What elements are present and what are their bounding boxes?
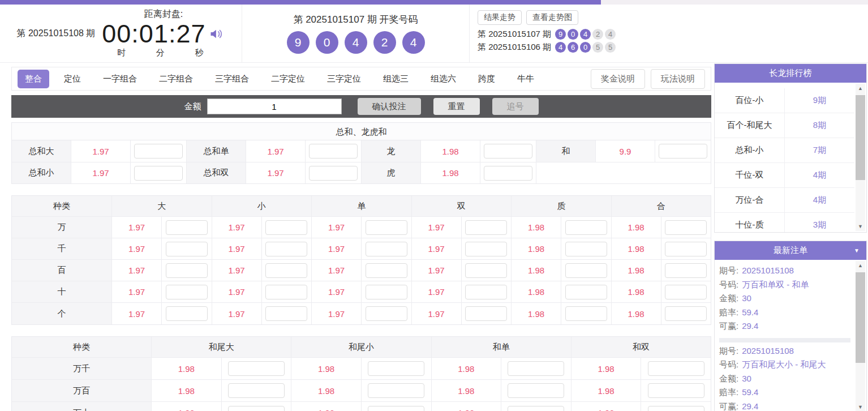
play-tab[interactable]: 整合 bbox=[18, 70, 49, 88]
bet-amount-input[interactable] bbox=[366, 263, 407, 278]
bet-amount-input[interactable] bbox=[465, 220, 507, 235]
odds-value[interactable]: 1.98 bbox=[432, 380, 502, 401]
odds-value[interactable]: 1.97 bbox=[412, 281, 462, 302]
amount-input[interactable] bbox=[207, 99, 342, 114]
odds-value[interactable]: 1.98 bbox=[432, 402, 502, 411]
odds-value[interactable]: 1.98 bbox=[152, 380, 222, 401]
bet-amount-input[interactable] bbox=[648, 361, 704, 376]
odds-value[interactable]: 1.97 bbox=[312, 303, 362, 324]
odds-value[interactable]: 1.97 bbox=[312, 260, 362, 281]
odds-value[interactable]: 1.97 bbox=[71, 162, 131, 183]
bet-amount-input[interactable] bbox=[565, 220, 607, 235]
chase-number-button[interactable]: 追号 bbox=[492, 98, 539, 115]
play-tab[interactable]: 牛牛 bbox=[510, 70, 542, 88]
bet-amount-input[interactable] bbox=[309, 144, 358, 159]
bet-amount-input[interactable] bbox=[665, 285, 707, 299]
bet-amount-input[interactable] bbox=[484, 166, 532, 181]
odds-value[interactable]: 1.98 bbox=[512, 217, 561, 238]
scroll-down-icon[interactable]: ▼ bbox=[856, 222, 865, 231]
bet-amount-input[interactable] bbox=[659, 144, 707, 159]
bet-amount-input[interactable] bbox=[565, 242, 607, 256]
play-tab[interactable]: 三字定位 bbox=[320, 70, 368, 88]
bet-amount-input[interactable] bbox=[228, 383, 285, 398]
odds-value[interactable]: 1.97 bbox=[246, 162, 306, 183]
speaker-icon[interactable] bbox=[209, 26, 225, 42]
bet-amount-input[interactable] bbox=[134, 144, 183, 159]
odds-value[interactable]: 1.98 bbox=[612, 281, 661, 302]
play-tab[interactable]: 二字定位 bbox=[264, 70, 312, 88]
odds-value[interactable]: 1.97 bbox=[112, 281, 162, 302]
bet-amount-input[interactable] bbox=[265, 306, 307, 321]
scrollbar-thumb[interactable] bbox=[856, 95, 865, 180]
view-trend-chart-button[interactable]: 查看走势图 bbox=[526, 10, 578, 25]
odds-value[interactable]: 1.98 bbox=[421, 140, 480, 162]
odds-value[interactable]: 1.97 bbox=[212, 260, 262, 281]
scroll-up-icon[interactable]: ▲ bbox=[856, 84, 865, 93]
bet-amount-input[interactable] bbox=[366, 242, 407, 256]
odds-value[interactable]: 1.98 bbox=[432, 358, 502, 379]
play-tab[interactable]: 三字组合 bbox=[208, 70, 256, 88]
odds-value[interactable]: 1.98 bbox=[612, 217, 661, 238]
scroll-up-icon[interactable]: ▲ bbox=[856, 261, 865, 270]
bet-amount-input[interactable] bbox=[265, 220, 307, 235]
confirm-bet-button[interactable]: 确认投注 bbox=[358, 98, 421, 115]
bet-amount-input[interactable] bbox=[368, 383, 424, 398]
play-tab[interactable]: 二字组合 bbox=[152, 70, 200, 88]
bet-amount-input[interactable] bbox=[366, 306, 407, 321]
odds-value[interactable]: 1.97 bbox=[112, 238, 162, 259]
odds-value[interactable]: 1.97 bbox=[312, 281, 362, 302]
odds-value[interactable]: 1.98 bbox=[152, 402, 222, 411]
bet-amount-input[interactable] bbox=[166, 220, 208, 235]
odds-value[interactable]: 1.98 bbox=[291, 380, 362, 401]
play-tab[interactable]: 跨度 bbox=[471, 70, 502, 88]
bet-amount-input[interactable] bbox=[368, 361, 424, 376]
play-tab[interactable]: 定位 bbox=[57, 70, 88, 88]
odds-value[interactable]: 1.97 bbox=[212, 217, 262, 238]
bet-amount-input[interactable] bbox=[228, 406, 285, 411]
bet-amount-input[interactable] bbox=[665, 306, 707, 321]
bet-amount-input[interactable] bbox=[508, 383, 564, 398]
odds-value[interactable]: 1.97 bbox=[412, 260, 462, 281]
odds-value[interactable]: 1.98 bbox=[152, 358, 222, 379]
bet-amount-input[interactable] bbox=[166, 263, 208, 278]
bet-amount-input[interactable] bbox=[508, 361, 564, 376]
bet-amount-input[interactable] bbox=[648, 383, 704, 398]
odds-value[interactable]: 1.97 bbox=[112, 260, 162, 281]
odds-value[interactable]: 1.98 bbox=[291, 402, 362, 411]
odds-value[interactable]: 1.98 bbox=[512, 238, 561, 259]
bet-amount-input[interactable] bbox=[166, 306, 208, 321]
scroll-down-icon[interactable]: ▼ bbox=[856, 403, 865, 411]
odds-value[interactable]: 1.98 bbox=[512, 260, 561, 281]
bet-amount-input[interactable] bbox=[166, 242, 208, 256]
odds-value[interactable]: 1.97 bbox=[412, 238, 462, 259]
rules-info-button[interactable]: 玩法说明 bbox=[651, 69, 705, 89]
odds-value[interactable]: 1.98 bbox=[571, 358, 642, 379]
scrollbar-thumb[interactable] bbox=[856, 272, 865, 363]
play-tab[interactable]: 组选六 bbox=[423, 70, 463, 88]
bet-amount-input[interactable] bbox=[265, 285, 307, 299]
odds-value[interactable]: 1.97 bbox=[312, 217, 362, 238]
bet-amount-input[interactable] bbox=[665, 242, 707, 256]
result-trend-button[interactable]: 结果走势 bbox=[478, 10, 522, 25]
odds-value[interactable]: 9.9 bbox=[596, 140, 655, 162]
odds-value[interactable]: 1.98 bbox=[571, 402, 642, 411]
bet-amount-input[interactable] bbox=[665, 263, 707, 278]
odds-value[interactable]: 1.97 bbox=[412, 217, 462, 238]
bet-amount-input[interactable] bbox=[665, 220, 707, 235]
odds-value[interactable]: 1.98 bbox=[612, 238, 661, 259]
bet-amount-input[interactable] bbox=[134, 166, 183, 181]
play-tab[interactable]: 组选三 bbox=[376, 70, 416, 88]
odds-value[interactable]: 1.97 bbox=[212, 281, 262, 302]
bet-amount-input[interactable] bbox=[228, 361, 285, 376]
scrollbar[interactable]: ▲ ▼ bbox=[856, 84, 865, 231]
bet-amount-input[interactable] bbox=[465, 263, 507, 278]
odds-value[interactable]: 1.98 bbox=[612, 260, 661, 281]
bet-amount-input[interactable] bbox=[309, 166, 358, 181]
odds-value[interactable]: 1.98 bbox=[512, 281, 561, 302]
bet-amount-input[interactable] bbox=[565, 263, 607, 278]
bonus-info-button[interactable]: 奖金说明 bbox=[591, 69, 645, 89]
bet-amount-input[interactable] bbox=[508, 406, 564, 411]
bet-amount-input[interactable] bbox=[484, 144, 532, 159]
odds-value[interactable]: 1.97 bbox=[112, 303, 162, 324]
odds-value[interactable]: 1.97 bbox=[312, 238, 362, 259]
